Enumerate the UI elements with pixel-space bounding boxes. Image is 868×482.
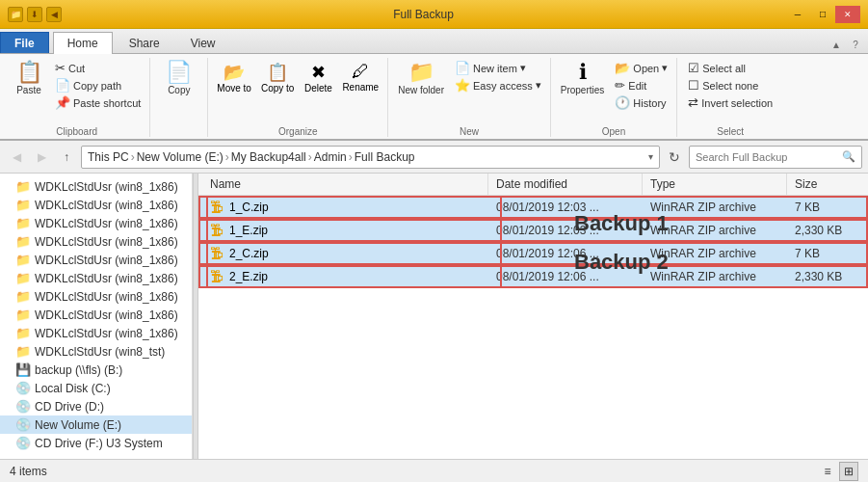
sidebar-item-label-6: WDKLclStdUsr (win8_1x86) (35, 290, 178, 304)
sidebar-item-7[interactable]: 📁 WDKLclStdUsr (win8_1x86) (0, 306, 192, 324)
sidebar-item-f[interactable]: 💿 CD Drive (F:) U3 System (0, 434, 192, 452)
select-none-button[interactable]: ☐ Select none (685, 77, 776, 94)
sidebar-item-6[interactable]: 📁 WDKLclStdUsr (win8_1x86) (0, 287, 192, 306)
copy-to-button[interactable]: 📋 Copy to (258, 60, 297, 95)
col-header-type[interactable]: Type (643, 174, 787, 195)
history-button[interactable]: 🕐 History (612, 94, 671, 111)
sidebar-item-d[interactable]: 💿 CD Drive (D:) (0, 397, 192, 415)
up-button[interactable]: ↑ (56, 147, 77, 168)
delete-button[interactable]: ✖ Delete (301, 60, 335, 95)
move-to-icon: 📂 (224, 62, 245, 83)
window-title: Full Backup (62, 8, 785, 21)
col-header-size[interactable]: Size (787, 174, 864, 195)
new-folder-button[interactable]: 📁 New folder (394, 60, 448, 97)
large-icons-view-button[interactable]: ⊞ (839, 462, 858, 481)
col-header-name[interactable]: Name (202, 174, 488, 195)
properties-icon: ℹ (579, 62, 587, 83)
copy-button[interactable]: 📄 Copy (160, 60, 198, 97)
file-size-2: 7 KB (787, 245, 864, 262)
file-name-1: 🗜 1_E.zip (202, 221, 488, 240)
close-button[interactable] (835, 6, 860, 23)
maximize-button[interactable] (810, 6, 835, 23)
tab-file[interactable]: File (0, 32, 49, 53)
sidebar-item-label-f: CD Drive (F:) U3 System (35, 437, 163, 450)
search-input[interactable] (696, 151, 842, 163)
sidebar-item-2[interactable]: 📁 WDKLclStdUsr (win8_1x86) (0, 214, 192, 232)
new-item-button[interactable]: 📄 New item ▾ (452, 60, 544, 76)
delete-label: Delete (304, 83, 332, 94)
minimize-button[interactable] (785, 6, 810, 23)
sidebar-folder-icon-0: 📁 (15, 179, 31, 194)
file-date-2: 08/01/2019 12:06 ... (488, 245, 643, 262)
search-box[interactable]: 🔍 (689, 146, 862, 169)
file-list-header: Name Date modified Type Size (198, 174, 868, 196)
properties-button[interactable]: ℹ Properties (557, 60, 609, 97)
edit-label: Edit (628, 80, 646, 92)
sidebar-item-3[interactable]: 📁 WDKLclStdUsr (win8_1x86) (0, 232, 192, 251)
move-to-button[interactable]: 📂 Move to (214, 60, 254, 95)
sidebar-item-1[interactable]: 📁 WDKLclStdUsr (win8_1x86) (0, 196, 192, 214)
sidebar-item-0[interactable]: 📁 WDKLclStdUsr (win8_1x86) (0, 177, 192, 196)
sidebar-item-label-0: WDKLclStdUsr (win8_1x86) (35, 180, 178, 194)
path-admin[interactable]: Admin (314, 150, 347, 164)
copy-group: 📄 Copy (150, 58, 208, 137)
sidebar-item-backup[interactable]: 💾 backup (\\fls) (B:) (0, 361, 192, 379)
open-group-content: ℹ Properties 📂 Open ▾ ✏ Edit 🕐 History (557, 58, 671, 124)
back-button[interactable]: ◀ (6, 147, 27, 168)
back-title-icon[interactable]: ◀ (46, 7, 62, 22)
forward-button[interactable]: ▶ (31, 147, 52, 168)
invert-selection-label: Invert selection (701, 97, 773, 109)
path-dropdown-arrow[interactable]: ▾ (648, 151, 653, 162)
copy-path-icon: 📄 (55, 78, 70, 93)
col-header-date[interactable]: Date modified (488, 174, 643, 195)
select-all-button[interactable]: ☑ Select all (685, 60, 776, 76)
tab-view[interactable]: View (176, 32, 230, 53)
copy-to-label: Copy to (261, 83, 294, 94)
sidebar-item-label-2: WDKLclStdUsr (win8_1x86) (35, 217, 178, 230)
organize-group-label: Organize (214, 124, 381, 137)
file-item-2[interactable]: 🗜 2_C.zip 08/01/2019 12:06 ... WinRAR ZI… (198, 242, 868, 265)
file-item-0[interactable]: 🗜 1_C.zip 08/01/2019 12:03 ... WinRAR ZI… (198, 196, 868, 219)
ribbon-help-button[interactable]: ? (847, 36, 864, 53)
clipboard-group-label: Clipboard (10, 124, 144, 137)
ribbon-collapse-button[interactable]: ▲ (828, 36, 845, 53)
window-controls (785, 6, 860, 23)
rename-button[interactable]: 🖊 Rename (339, 60, 381, 94)
easy-access-button[interactable]: ⭐ Easy access ▾ (452, 77, 544, 94)
details-view-button[interactable]: ≡ (818, 462, 837, 481)
invert-selection-button[interactable]: ⇄ Invert selection (685, 94, 776, 111)
file-list: Name Date modified Type Size 🗜 1_C.zip 0… (198, 174, 868, 459)
path-this-pc[interactable]: This PC (88, 150, 129, 164)
path-volume-e[interactable]: New Volume (E:) (137, 150, 224, 164)
tab-share[interactable]: Share (115, 32, 174, 53)
sidebar-item-5[interactable]: 📁 WDKLclStdUsr (win8_1x86) (0, 269, 192, 287)
paste-label: Paste (16, 85, 41, 95)
sidebar-item-4[interactable]: 📁 WDKLclStdUsr (win8_1x86) (0, 251, 192, 269)
organize-group-content: 📂 Move to 📋 Copy to ✖ Delete 🖊 Rename (214, 58, 381, 124)
sidebar-item-e[interactable]: 💿 New Volume (E:) (0, 415, 192, 434)
sidebar-disk-icon-e: 💿 (15, 417, 31, 432)
path-sep-4: › (349, 150, 353, 164)
file-type-3: WinRAR ZIP archive (643, 268, 787, 285)
quick-access-icon[interactable]: ⬇ (27, 7, 42, 22)
paste-button[interactable]: 📋 Paste (10, 60, 48, 97)
open-button[interactable]: 📂 Open ▾ (612, 60, 671, 76)
edit-button[interactable]: ✏ Edit (612, 77, 671, 94)
paste-shortcut-button[interactable]: 📌 Paste shortcut (52, 94, 144, 111)
cut-button[interactable]: ✂ Cut (52, 60, 144, 76)
sidebar-disk-icon-backup: 💾 (15, 362, 31, 377)
path-full-backup[interactable]: Full Backup (355, 150, 415, 164)
file-item-1[interactable]: 🗜 1_E.zip 08/01/2019 12:03 ... WinRAR ZI… (198, 219, 868, 242)
address-path[interactable]: This PC › New Volume (E:) › My Backup4al… (81, 146, 660, 169)
file-item-3[interactable]: 🗜 2_E.zip 08/01/2019 12:06 ... WinRAR ZI… (198, 265, 868, 288)
sidebar-item-9[interactable]: 📁 WDKLclStdUsr (win8_tst) (0, 342, 192, 361)
sidebar-item-c[interactable]: 💿 Local Disk (C:) (0, 379, 192, 397)
sidebar-item-8[interactable]: 📁 WDKLclStdUsr (win8_1x86) (0, 324, 192, 342)
path-my-backup4all[interactable]: My Backup4all (231, 150, 306, 164)
refresh-button[interactable]: ↻ (664, 147, 685, 168)
paste-shortcut-label: Paste shortcut (73, 97, 141, 109)
file-date-0: 08/01/2019 12:03 ... (488, 199, 643, 216)
copy-path-button[interactable]: 📄 Copy path (52, 77, 144, 94)
file-items: 🗜 1_C.zip 08/01/2019 12:03 ... WinRAR ZI… (198, 196, 868, 459)
tab-home[interactable]: Home (53, 32, 113, 54)
